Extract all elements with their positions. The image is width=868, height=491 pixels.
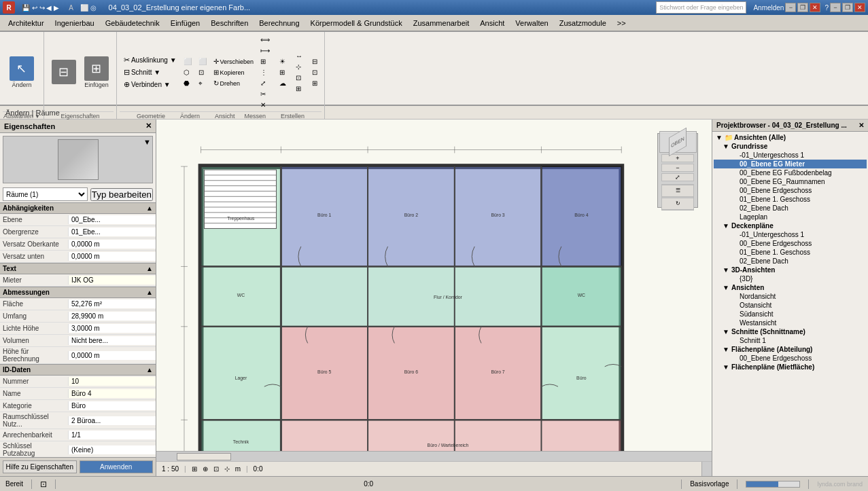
- value-raumschlussel[interactable]: 2 Büroa...: [68, 416, 156, 425]
- btn-rotate[interactable]: ↻Drehen: [211, 78, 257, 88]
- units-icon[interactable]: m: [235, 465, 241, 473]
- help-close[interactable]: ✕: [854, 3, 865, 12]
- tree-sued[interactable]: Südansicht: [714, 310, 867, 319]
- menu-einfugen[interactable]: Einfügen: [165, 18, 205, 29]
- canvas-scrollbar-v[interactable]: [701, 462, 712, 476]
- section-header-text[interactable]: Text ▲: [0, 263, 156, 274]
- value-kategorie[interactable]: Büro: [68, 401, 156, 410]
- tree-west[interactable]: Westansicht: [714, 319, 867, 327]
- canvas-area[interactable]: Büro 1 Büro 2 Büro 3 Büro 4 Flur / Korri…: [156, 120, 712, 476]
- btn-geom2[interactable]: ⬡: [181, 67, 194, 77]
- btn-delete[interactable]: ✕: [258, 100, 273, 110]
- menu-gebaudetechnik[interactable]: Gebäudetechnik: [100, 18, 165, 29]
- tree-schnitt1[interactable]: Schnitt 1: [714, 336, 867, 345]
- menu-berechnung[interactable]: Berechnung: [254, 18, 305, 29]
- tree-dek-1g[interactable]: 01_Ebene 1. Geschoss: [714, 248, 867, 257]
- tree-dek-dach[interactable]: 02_Ebene Dach: [714, 257, 867, 266]
- ribbon-btn-einfugen[interactable]: ⊞ Einfügen: [81, 54, 112, 90]
- value-ebene[interactable]: 00_Ebe...: [68, 215, 156, 224]
- tree-eg-erdgeschoss[interactable]: 00_Ebene Erdgeschoss: [714, 186, 867, 195]
- btn-measure4[interactable]: ⊞: [293, 84, 305, 94]
- btn-view3[interactable]: ☁: [277, 78, 289, 88]
- btn-array[interactable]: ⋮: [258, 67, 273, 77]
- tree-grundrisse[interactable]: ▼ Grundrisse: [714, 142, 867, 151]
- btn-move[interactable]: ✛Verschieben: [211, 56, 257, 67]
- value-mieter[interactable]: IJK OG: [68, 276, 156, 285]
- pan-button[interactable]: ☰: [661, 185, 694, 197]
- menu-more[interactable]: >>: [612, 18, 631, 29]
- btn-erstellen3[interactable]: ⊞: [309, 78, 320, 88]
- value-versatz-unten[interactable]: 0,0000 m: [68, 252, 156, 261]
- tree-deckenplane[interactable]: ▼ Deckenpläne: [714, 221, 867, 230]
- menu-verwalten[interactable]: Verwalten: [510, 18, 553, 29]
- tree-ansichten-alle[interactable]: ▼ 📁 Ansichten (Alle): [714, 133, 867, 142]
- tree-flache-eg[interactable]: 00_Ebene Erdgeschoss: [714, 354, 867, 363]
- tree-ansichten[interactable]: ▼ Ansichten: [714, 283, 867, 292]
- properties-image-scroll[interactable]: ▼: [143, 138, 151, 146]
- help-restore[interactable]: ❐: [842, 3, 853, 12]
- search-bar[interactable]: Stichwort oder Frage eingeben: [656, 1, 746, 14]
- menu-zusatzmodule[interactable]: Zusatzmodule: [554, 18, 612, 29]
- tree-1-geschoss[interactable]: 01_Ebene 1. Geschoss: [714, 195, 867, 204]
- value-schlussel-putzabzug[interactable]: (Keine): [68, 445, 156, 454]
- value-nummer[interactable]: 10: [68, 377, 156, 386]
- btn-shape2[interactable]: ⊡: [196, 67, 209, 77]
- tree-ebene-eg-mieter[interactable]: 00_Ebene EG Mieter: [714, 160, 867, 168]
- btn-shape3[interactable]: ⌖: [196, 78, 209, 89]
- pb-close-icon[interactable]: ✕: [858, 122, 864, 129]
- zoom-fit-button[interactable]: ⤢: [661, 173, 694, 181]
- btn-measure2[interactable]: ⊹: [293, 62, 305, 72]
- type-edit-button[interactable]: Typ bearbeiten: [90, 188, 153, 201]
- tree-lageplan[interactable]: Lageplan: [714, 213, 867, 221]
- tree-dek-eg[interactable]: 00_Ebene Erdgeschoss: [714, 239, 867, 248]
- grid-icon[interactable]: ⊞: [192, 465, 197, 473]
- ribbon-btn-eigenschaften[interactable]: ⊟: [48, 58, 80, 87]
- menu-zusammenarbeit[interactable]: Zusammenarbeit: [408, 18, 475, 29]
- tree-dach[interactable]: 02_Ebene Dach: [714, 204, 867, 213]
- restore-button[interactable]: ❐: [797, 3, 808, 12]
- value-versatz-oberkante[interactable]: 0,0000 m: [68, 240, 156, 249]
- view-cube[interactable]: OBEN: [659, 131, 697, 153]
- btn-schnitt[interactable]: ⊟ Schnitt ▼: [121, 67, 179, 78]
- properties-close-icon[interactable]: ✕: [145, 122, 152, 130]
- btn-copy[interactable]: ⊞Kopieren: [211, 67, 257, 77]
- btn-mirror1[interactable]: ⟺: [258, 35, 273, 45]
- tree-eg-fuss[interactable]: 00_Ebene EG Fußbodenbelag: [714, 168, 867, 177]
- measure-icon[interactable]: ⊹: [224, 465, 230, 473]
- tree-untergeschoss1[interactable]: -01_Untergeschoss 1: [714, 151, 867, 160]
- btn-measure3[interactable]: ⊡: [293, 73, 305, 83]
- menu-architektur[interactable]: Architektur: [3, 18, 50, 29]
- canvas-scrollbar-h[interactable]: [156, 451, 712, 461]
- section-header-abmessungen[interactable]: Abmessungen ▲: [0, 287, 156, 298]
- btn-geom1[interactable]: ⬜: [181, 56, 194, 67]
- tree-nord[interactable]: Nordansicht: [714, 292, 867, 301]
- tree-ost[interactable]: Ostansicht: [714, 301, 867, 310]
- tree-flachenplane-abt[interactable]: ▼ Flächenpläne (Abteilung): [714, 345, 867, 354]
- btn-trim[interactable]: ✂: [258, 89, 273, 99]
- btn-scale2[interactable]: ⤢: [258, 78, 273, 88]
- orbit-button[interactable]: ↻: [661, 198, 694, 210]
- help-eigenschaften-button[interactable]: Hilfe zu Eigenschaften: [3, 460, 77, 473]
- tree-flachenplane-miet[interactable]: ▼ Flächenpläne (Mietfläche): [714, 363, 867, 371]
- zoom-in-button[interactable]: +: [661, 154, 694, 162]
- btn-shape1[interactable]: ⬜: [196, 56, 209, 67]
- tree-dek-ug1[interactable]: -01_Untergeschoss 1: [714, 230, 867, 239]
- tree-3d-ansichten[interactable]: ▼ 3D-Ansichten: [714, 266, 867, 274]
- btn-geom3[interactable]: ⬣: [181, 78, 194, 88]
- tree-eg-raumnamen[interactable]: 00_Ebene EG_Raumnamen: [714, 177, 867, 186]
- btn-offset[interactable]: ⊞: [258, 56, 273, 67]
- btn-ausklinkung[interactable]: ✂ Ausklinkung ▼: [121, 54, 179, 66]
- user-label[interactable]: Anmelden: [753, 4, 784, 12]
- value-obergrenze[interactable]: 01_Ebe...: [68, 228, 156, 236]
- btn-erstellen1[interactable]: ⊟: [309, 56, 320, 67]
- snap2-icon[interactable]: ⊡: [213, 465, 219, 473]
- close-button[interactable]: ✕: [810, 3, 820, 12]
- btn-measure1[interactable]: ↔: [293, 51, 305, 61]
- type-dropdown[interactable]: Räume (1): [3, 187, 88, 201]
- tree-3d-default[interactable]: {3D}: [714, 274, 867, 283]
- section-header-iddata[interactable]: ID-Daten ▲: [0, 364, 156, 376]
- btn-view2[interactable]: ⊞: [277, 67, 289, 77]
- value-name[interactable]: Büro 4: [68, 389, 156, 398]
- btn-erstellen2[interactable]: ⊡: [309, 67, 320, 77]
- btn-mirror2[interactable]: ⟼: [258, 46, 273, 56]
